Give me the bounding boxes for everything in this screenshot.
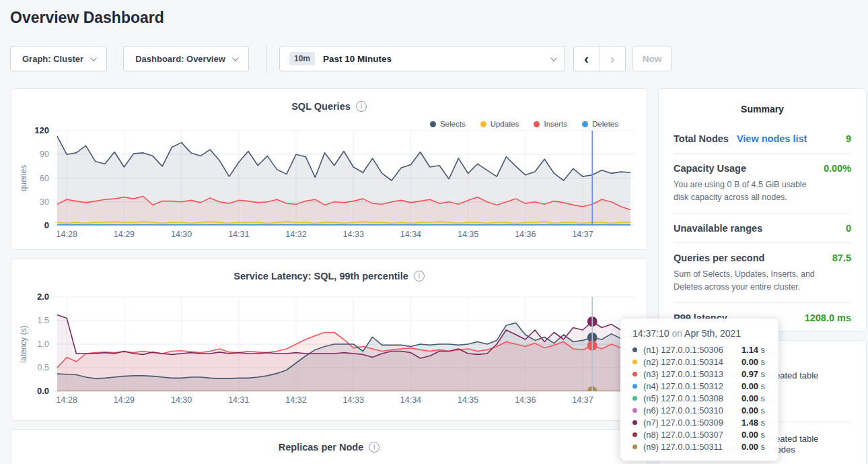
node-latency-value: 0.00 s [742,393,765,403]
tooltip-node-row: (n2) 127.0.0.1:503140.00 s [632,356,768,368]
svg-text:14:37: 14:37 [572,395,593,405]
chart-hover-tooltip: 14:37:10 on Apr 5th, 2021 (n1) 127.0.0.1… [620,319,779,461]
summary-row-capacity: Capacity Usage You are using 0 B of 4.5 … [674,154,851,213]
series-color-dot [632,396,637,401]
node-latency-value: 0.00 s [742,430,765,440]
tooltip-node-row: (n5) 127.0.0.1:503080.00 s [632,392,768,404]
node-address: (n2) 127.0.0.1:50314 [643,357,736,367]
total-nodes-value: 9 [846,133,851,144]
svg-text:14:29: 14:29 [114,230,135,239]
svg-text:1.0: 1.0 [38,339,49,349]
series-color-dot [632,444,637,449]
node-address: (n6) 127.0.0.1:50310 [643,405,736,416]
svg-text:14:31: 14:31 [228,230,249,239]
dashboard-dropdown[interactable]: Dashboard: Overview [123,46,249,71]
time-range-badge: 10m [289,52,315,65]
node-latency-value: 1.48 s [742,418,765,428]
node-address: (n4) 127.0.0.1:50312 [643,381,736,391]
svg-text:1.5: 1.5 [38,316,49,325]
svg-text:14:33: 14:33 [343,230,364,239]
tooltip-node-row: (n9) 127.0.0.1:503110.00 s [632,440,768,453]
tooltip-node-row: (n4) 127.0.0.1:503120.00 s [632,380,768,392]
svg-text:14:32: 14:32 [285,395,306,405]
view-nodes-list-link[interactable]: View nodes list [737,133,807,144]
svg-text:14:37: 14:37 [572,230,593,239]
svg-text:queries: queries [19,165,28,191]
series-color-dot [632,360,637,364]
svg-text:14:28: 14:28 [57,395,77,405]
summary-row-total-nodes: Total NodesView nodes list 9 [674,124,851,154]
svg-text:14:35: 14:35 [458,395,478,405]
capacity-usage-desc: You are using 0 B of 4.5 GiB usable disk… [674,178,824,205]
node-address: (n7) 127.0.0.1:50309 [643,418,736,428]
capacity-usage-label: Capacity Usage [674,163,746,174]
svg-text:14:31: 14:31 [228,395,249,405]
svg-text:14:35: 14:35 [458,230,478,239]
unavailable-ranges-label: Unavailable ranges [674,223,762,234]
replicas-chart-card: Replicas per Node i [11,429,647,464]
now-button[interactable]: Now [632,46,672,71]
capacity-usage-value: 0.00% [824,163,851,174]
svg-text:0.5: 0.5 [38,363,49,372]
svg-text:30: 30 [40,197,49,207]
node-latency-value: 0.97 s [742,369,765,379]
svg-text:90: 90 [40,150,49,159]
time-range-selector[interactable]: 10m Past 10 Minutes [279,46,565,71]
node-address: (n1) 127.0.0.1:50306 [643,345,736,355]
info-icon[interactable]: i [369,442,379,453]
previous-time-button[interactable]: ‹ [574,46,600,71]
node-address: (n5) 127.0.0.1:50308 [643,393,736,403]
svg-text:14:32: 14:32 [285,230,306,239]
time-range-label: Past 10 Minutes [323,54,542,64]
tooltip-node-row: (n1) 127.0.0.1:503061.14 s [632,343,768,356]
svg-text:14:34: 14:34 [400,230,421,239]
dashboard-dropdown-label: Dashboard: Overview [135,54,225,64]
series-color-dot [632,347,637,352]
sql-queries-chart-card: SQL Queries i SelectsUpdatesInsertsDelet… [11,88,647,250]
latency-chart[interactable]: 0.00.51.01.52.014:2814:2914:3014:3114:32… [11,259,648,422]
svg-text:60: 60 [40,174,49,183]
tooltip-node-row: (n6) 127.0.0.1:503100.00 s [632,404,768,416]
qps-desc: Sum of Selects, Updates, Inserts, and De… [674,268,832,294]
qps-value: 87.5 [832,253,851,263]
node-latency-value: 1.14 s [742,345,765,355]
svg-text:14:30: 14:30 [171,230,192,239]
graph-dropdown-label: Graph: Cluster [22,54,83,64]
tooltip-node-row: (n8) 127.0.0.1:503070.00 s [632,428,768,440]
next-time-button[interactable]: › [600,46,625,71]
sql-queries-chart[interactable]: 030609012014:2814:2914:3014:3114:3214:33… [11,89,648,251]
series-color-dot [632,384,637,389]
chevron-down-icon [232,55,239,61]
series-color-dot [632,372,637,376]
series-color-dot [632,408,637,413]
chevron-down-icon [90,55,97,61]
page-title: Overview Dashboard [10,9,164,27]
unavailable-ranges-value: 0 [846,223,851,234]
node-address: (n9) 127.0.0.1:50311 [643,442,736,452]
latency-chart-card: Service Latency: SQL, 99th percentile i … [11,258,647,421]
summary-row-qps: Queries per second Sum of Selects, Updat… [674,243,851,303]
summary-row-unavailable: Unavailable ranges 0 [674,213,851,243]
tooltip-node-row: (n7) 127.0.0.1:503091.48 s [632,416,768,428]
time-step-buttons: ‹ › [573,46,626,71]
svg-text:14:36: 14:36 [515,395,536,405]
series-color-dot [632,432,637,437]
summary-heading: Summary [659,89,866,114]
node-latency-value: 0.00 s [742,381,765,391]
svg-text:14:36: 14:36 [515,230,536,239]
node-latency-value: 0.00 s [742,442,765,452]
svg-text:14:34: 14:34 [400,395,421,405]
total-nodes-label: Total Nodes [674,133,729,144]
toolbar: Graph: Cluster Dashboard: Overview 10m P… [0,46,868,71]
svg-text:0: 0 [44,220,49,230]
tooltip-timestamp: 14:37:10 on Apr 5th, 2021 [632,328,768,339]
node-address: (n8) 127.0.0.1:50307 [643,430,736,440]
svg-text:120: 120 [34,125,49,135]
tooltip-node-row: (n3) 127.0.0.1:503130.97 s [632,368,768,380]
p99-latency-value: 1208.0 ms [805,312,851,323]
graph-dropdown[interactable]: Graph: Cluster [10,46,107,71]
qps-label: Queries per second [674,253,764,263]
svg-text:14:30: 14:30 [171,395,192,405]
svg-text:14:29: 14:29 [114,395,135,405]
toolbar-divider [266,43,267,74]
